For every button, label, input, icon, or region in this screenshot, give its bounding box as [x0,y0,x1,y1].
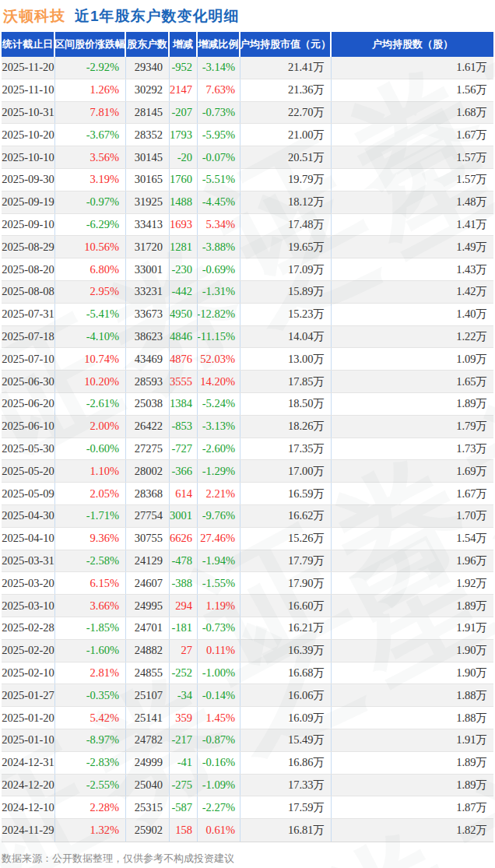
cell-date: 2025-08-08 [2,281,55,303]
table-row: 2025-03-31-2.58%24129-478-1.94%17.79万1.9… [2,550,493,573]
cell-delta: -366 [170,460,198,482]
cell-avg-market-value: 17.79万 [240,550,332,572]
cell-delta-pct: 0.11% [198,640,240,662]
cell-avg-market-value: 16.09万 [240,707,332,729]
cell-delta: -1793 [170,124,198,146]
table-row: 2025-07-31-5.41%33673-4950-12.82%15.23万1… [2,304,493,326]
cell-price-change: 2.28% [55,796,126,818]
cell-delta-pct: -9.76% [198,505,240,527]
table-row: 2025-02-20-1.60%24882270.11%16.39万1.90万 [2,640,493,662]
cell-avg-shares: 1.67万 [332,124,493,146]
cell-holders: 33001 [126,258,170,280]
cell-delta: -1384 [170,393,198,415]
table-row: 2025-01-205.42%251413591.45%16.09万1.88万 [2,707,493,729]
cell-delta-pct: -1.94% [198,550,240,572]
cell-avg-shares: 1.73万 [332,438,493,460]
cell-delta: -230 [170,258,198,280]
cell-date: 2025-09-10 [2,214,55,236]
cell-delta: 6626 [170,528,198,550]
cell-avg-market-value: 15.89万 [240,281,332,303]
cell-avg-shares: 1.90万 [332,662,493,684]
cell-price-change: 1.26% [55,79,126,101]
cell-date: 2025-01-27 [2,684,55,706]
cell-avg-market-value: 16.21万 [240,617,332,639]
cell-delta: 3555 [170,371,198,392]
cell-date: 2025-03-31 [2,550,55,572]
cell-date: 2025-11-20 [2,57,55,79]
cell-date: 2025-10-10 [2,146,55,168]
cell-delta-pct: 52.03% [198,348,240,370]
table-row: 2025-05-30-0.60%27275-727-2.60%17.35万1.7… [2,438,493,461]
cell-delta: -1281 [170,236,198,258]
cell-holders: 24607 [126,572,170,594]
cell-delta-pct: -0.07% [198,146,240,168]
cell-delta-pct: -3.14% [198,57,240,79]
cell-date: 2025-04-10 [2,528,55,550]
data-source-note: 数据来源：公开数据整理，仅供参考不构成投资建议 [0,842,495,866]
cell-avg-shares: 1.89万 [332,752,493,774]
cell-delta-pct: -0.73% [198,617,240,639]
cell-avg-market-value: 17.35万 [240,438,332,460]
cell-holders: 28002 [126,460,170,482]
cell-delta-pct: -1.29% [198,460,240,482]
cell-delta-pct: -2.27% [198,796,240,818]
cell-delta: -1488 [170,192,198,213]
table-row: 2025-05-092.05%283686142.21%16.59万1.67万 [2,483,493,505]
cell-price-change: 10.74% [55,348,126,370]
cell-price-change: -1.71% [55,505,126,527]
cell-price-change: -2.83% [55,752,126,774]
cell-holders: 24855 [126,662,170,684]
table-row: 2025-04-30-1.71%27754-3001-9.76%16.62万1.… [2,505,493,528]
cell-avg-shares: 1.90万 [332,640,493,662]
cell-avg-market-value: 15.49万 [240,729,332,751]
cell-holders: 28368 [126,483,170,504]
cell-delta-pct: -0.69% [198,258,240,280]
cell-delta: 14876 [170,348,198,370]
cell-avg-market-value: 18.12万 [240,192,332,213]
cell-price-change: -1.60% [55,640,126,662]
cell-price-change: -1.85% [55,617,126,639]
cell-delta: -217 [170,729,198,751]
cell-holders: 27275 [126,438,170,460]
table-row: 2025-11-101.26%3029221477.63%21.36万1.56万 [2,79,493,102]
cell-holders: 29340 [126,57,170,79]
cell-avg-market-value: 16.39万 [240,640,332,662]
cell-avg-shares: 1.69万 [332,460,493,482]
cell-avg-shares: 1.68万 [332,102,493,124]
cell-date: 2025-01-10 [2,729,55,751]
cell-avg-market-value: 21.36万 [240,79,332,101]
cell-holders: 24995 [126,595,170,617]
cell-delta: -952 [170,57,198,79]
cell-delta-pct: 0.61% [198,819,240,842]
cell-avg-market-value: 17.09万 [240,258,332,280]
table-row: 2025-10-317.81%28145-207-0.73%22.70万1.68… [2,102,493,125]
table-row: 2025-01-27-0.35%25107-34-0.14%16.06万1.88… [2,684,493,707]
cell-date: 2025-04-30 [2,505,55,527]
table-row: 2025-02-102.81%24855-252-1.00%16.68万1.90… [2,662,493,685]
cell-date: 2025-05-30 [2,438,55,460]
cell-avg-market-value: 16.60万 [240,595,332,617]
cell-delta: -275 [170,775,198,796]
cell-date: 2025-05-09 [2,483,55,504]
cell-delta: 294 [170,595,198,617]
cell-holders: 38623 [126,326,170,348]
cell-avg-shares: 1.91万 [332,617,493,639]
cell-avg-market-value: 13.00万 [240,348,332,370]
cell-price-change: -4.10% [55,326,126,348]
cell-price-change: -6.29% [55,214,126,236]
table-row: 2025-03-103.66%249952941.19%16.60万1.89万 [2,595,493,617]
column-header: 统计截止日 [2,32,55,57]
cell-delta: -4846 [170,326,198,348]
cell-date: 2025-05-20 [2,460,55,482]
cell-avg-market-value: 16.62万 [240,505,332,527]
table-row: 2024-12-20-2.55%25040-275-1.09%17.33万1.8… [2,775,493,797]
cell-delta: 614 [170,483,198,504]
cell-avg-market-value: 16.68万 [240,662,332,684]
column-header: 户均持股市值（元） [240,32,332,57]
cell-holders: 28593 [126,371,170,392]
cell-avg-market-value: 14.04万 [240,326,332,348]
cell-avg-market-value: 18.50万 [240,393,332,415]
cell-delta: 158 [170,819,198,842]
cell-avg-shares: 1.88万 [332,707,493,729]
cell-date: 2025-02-20 [2,640,55,662]
